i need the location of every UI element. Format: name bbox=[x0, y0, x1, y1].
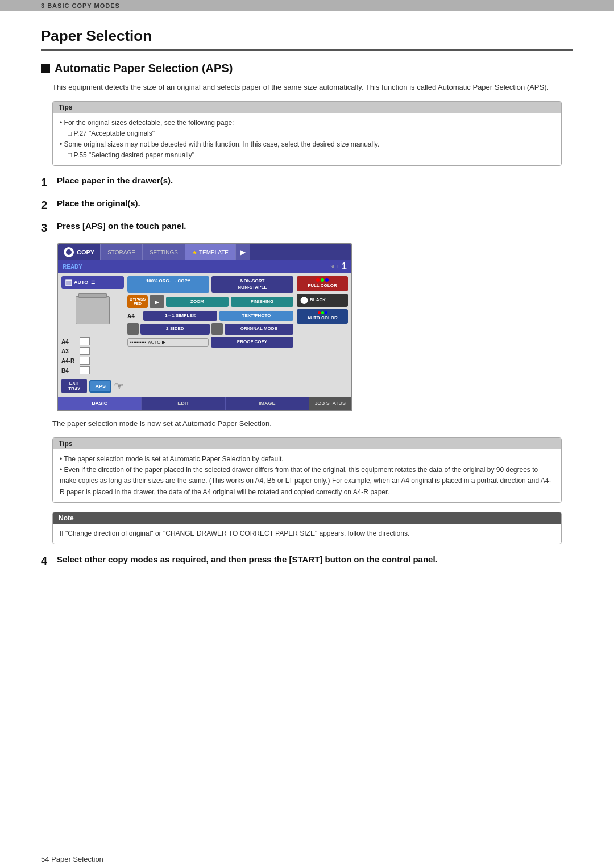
copier-tab-basic: BASIC bbox=[58, 397, 142, 410]
copier-tab-image: IMAGE bbox=[226, 397, 309, 410]
ac-green bbox=[321, 311, 324, 314]
step-2-text: Place the original(s). bbox=[57, 198, 140, 209]
step-2-number: 2 bbox=[41, 198, 57, 212]
copier-aps-btn: APS bbox=[89, 380, 111, 393]
tips-header-1: Tips bbox=[53, 102, 561, 113]
step-4-text: Select other copy modes as required, and… bbox=[57, 553, 438, 565]
copier-exit-aps-row: EXIT TRAY APS ☞ bbox=[61, 379, 124, 393]
paper-row-a4: A4 bbox=[61, 337, 124, 345]
copier-non-sort-btn: NON-SORT NON-STAPLE bbox=[211, 276, 293, 293]
tips1-item-2: Some original sizes may not be detected … bbox=[60, 139, 554, 161]
copier-status-text: READY bbox=[63, 264, 82, 270]
tips1-item-1: For the original sizes detectable, see t… bbox=[60, 118, 554, 139]
tips2-item-1: The paper selection mode is set at Autom… bbox=[60, 454, 554, 465]
page-footer: 54 Paper Selection bbox=[0, 850, 614, 868]
copier-ui-screenshot: COPY STORAGE SETTINGS ★ TEMPLATE ▶ READY… bbox=[57, 243, 352, 411]
copier-job-status: JOB STATUS bbox=[309, 397, 351, 410]
copier-orig-mode-icon bbox=[211, 323, 223, 335]
copier-topbar: COPY STORAGE SETTINGS ★ TEMPLATE ▶ bbox=[58, 244, 351, 260]
note-box: Note If "Change direction of original" o… bbox=[52, 512, 562, 544]
copier-left-panel: ▥ AUTO ☰ A4 A3 bbox=[61, 276, 124, 393]
copier-middle-panel: 100% ORG. → COPY NON-SORT NON-STAPLE BYP… bbox=[127, 276, 293, 393]
green-dot bbox=[321, 278, 324, 282]
copier-2sided-btn: 2-SIDED bbox=[140, 324, 210, 334]
copier-bottom-bar: BASIC EDIT IMAGE JOB STATUS bbox=[58, 397, 351, 410]
copier-tab-storage: STORAGE bbox=[100, 244, 142, 260]
copier-row-4: 2-SIDED ORIGINAL MODE bbox=[127, 323, 293, 335]
main-content: Paper Selection Automatic Paper Selectio… bbox=[0, 11, 614, 610]
color-dots bbox=[300, 278, 345, 282]
after-step3-text: The paper selection mode is now set at A… bbox=[52, 418, 573, 429]
copier-set-number: 1 bbox=[342, 261, 347, 272]
paper-icon-b4 bbox=[80, 366, 90, 374]
copier-logo-icon bbox=[64, 247, 74, 257]
step-2: 2 Place the original(s). bbox=[41, 198, 573, 212]
tips2-item-2: Even if the direction of the paper place… bbox=[60, 465, 554, 498]
copier-logo-text: COPY bbox=[77, 249, 94, 256]
copier-set-area: SET 1 bbox=[330, 261, 347, 272]
copier-zoom-btn: ZOOM bbox=[166, 297, 229, 307]
copier-logo-inner bbox=[66, 249, 72, 255]
step-4: 4 Select other copy modes as required, a… bbox=[41, 553, 573, 568]
paper-row-a4r: A4-R bbox=[61, 357, 124, 365]
paper-row-a3: A3 bbox=[61, 347, 124, 355]
copier-set-label: SET bbox=[330, 264, 340, 269]
copier-tab-edit: EDIT bbox=[142, 397, 225, 410]
machine-body bbox=[76, 296, 110, 324]
copier-row-1: 100% ORG. → COPY NON-SORT NON-STAPLE bbox=[127, 276, 293, 293]
copier-right-panel: FULL COLOR ⬤ BLACK AUTO COLOR bbox=[297, 276, 348, 393]
copier-logo: COPY bbox=[58, 244, 100, 260]
intro-text: This equipment detects the size of an or… bbox=[52, 82, 573, 93]
finger-pointer-icon: ☞ bbox=[114, 379, 124, 393]
page-title: Paper Selection bbox=[41, 27, 573, 51]
tips-box-1: Tips For the original sizes detectable, … bbox=[52, 101, 562, 166]
copier-feed-icon: ▶ bbox=[150, 295, 164, 308]
copier-finishing-btn: FINISHING bbox=[231, 297, 293, 307]
paper-icon-a4r bbox=[80, 357, 90, 365]
copier-a4-label: A4 bbox=[127, 313, 141, 319]
section-marker bbox=[41, 64, 50, 73]
tips-box-2: Tips The paper selection mode is set at … bbox=[52, 437, 562, 503]
star-icon: ★ bbox=[192, 249, 197, 256]
step-4-number: 4 bbox=[41, 553, 57, 568]
ac-red bbox=[318, 311, 321, 314]
step-1-number: 1 bbox=[41, 175, 57, 190]
note-content: If "Change direction of original" or "CH… bbox=[53, 524, 561, 544]
tips-header-2: Tips bbox=[53, 438, 561, 449]
copier-auto-slider: ▪▪▪▪▪▪▪▪▪▪ AUTO ▶ bbox=[127, 338, 209, 347]
paper-icon-a3 bbox=[80, 347, 90, 355]
copier-paper-rows: A4 A3 A4-R B4 bbox=[61, 337, 124, 374]
tips1-ref-2: □ P.55 "Selecting desired paper manually… bbox=[68, 150, 554, 161]
red-dot bbox=[316, 278, 320, 282]
copier-2sided-icon bbox=[127, 323, 139, 335]
step-3: 3 Press [APS] on the touch panel. bbox=[41, 220, 573, 235]
tips1-ref-1: □ P.27 "Acceptable originals" bbox=[68, 128, 554, 139]
copier-simplex-btn: 1→1 SIMPLEX bbox=[143, 311, 217, 321]
copier-row-3: A4 1→1 SIMPLEX TEXT/PHOTO bbox=[127, 311, 293, 321]
copier-tab-settings: SETTINGS bbox=[142, 244, 185, 260]
copier-bypass-btn: BYPASS FED bbox=[127, 295, 148, 308]
step-3-number: 3 bbox=[41, 220, 57, 235]
copier-row-2: BYPASS FED ▶ ZOOM FINISHING bbox=[127, 295, 293, 308]
list-icon: ☰ bbox=[91, 280, 95, 285]
note-header: Note bbox=[53, 512, 561, 524]
copier-machine-icon bbox=[70, 293, 115, 333]
copier-text-photo-btn: TEXT/PHOTO bbox=[219, 311, 293, 321]
copier-row-5: ▪▪▪▪▪▪▪▪▪▪ AUTO ▶ PROOF COPY bbox=[127, 337, 293, 347]
copier-tab-arrow: ▶ bbox=[235, 244, 250, 260]
step-1-text: Place paper in the drawer(s). bbox=[57, 175, 173, 186]
copier-proof-copy-btn: PROOF COPY bbox=[211, 337, 293, 347]
top-bar-text: 3 BASIC COPY MODES bbox=[41, 2, 120, 9]
machine-top bbox=[78, 293, 107, 298]
copier-statusbar: READY SET 1 bbox=[58, 260, 351, 273]
paper-row-b4: B4 bbox=[61, 366, 124, 374]
step-3-text: Press [APS] on the touch panel. bbox=[57, 220, 186, 232]
copier-exit-btn: EXIT TRAY bbox=[61, 379, 87, 393]
auto-color-icons bbox=[300, 311, 345, 314]
step-1: 1 Place paper in the drawer(s). bbox=[41, 175, 573, 190]
tips-content-1: For the original sizes detectable, see t… bbox=[53, 113, 561, 166]
copier-body: ▥ AUTO ☰ A4 A3 bbox=[58, 273, 351, 397]
copier-black-btn: ⬤ BLACK bbox=[297, 294, 348, 307]
copier-org-copy-btn: 100% ORG. → COPY bbox=[127, 276, 209, 293]
copier-auto-color-btn: AUTO COLOR bbox=[297, 309, 348, 323]
